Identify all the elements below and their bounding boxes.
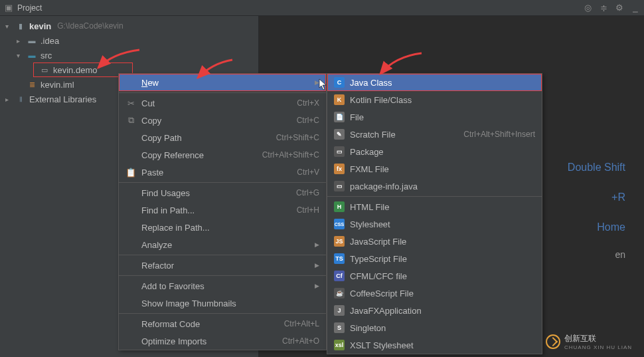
submenu-java-class[interactable]: C Java Class [327, 74, 542, 91]
find-usages-label: Find Usages [141, 188, 291, 198]
file-label: File [350, 112, 364, 122]
menu-replace-in-path[interactable]: Replace in Path... [119, 219, 326, 236]
menu-separator [119, 275, 326, 276]
idea-label: .idea [40, 36, 59, 46]
replace-path-label: Replace in Path... [141, 223, 319, 233]
source-folder-icon: ▬ [27, 50, 37, 60]
collapse-icon[interactable]: ≑ [599, 3, 608, 13]
xslt-icon: xsl [334, 340, 345, 350]
submenu-cfml[interactable]: Cf CFML/CFC file [327, 267, 542, 285]
project-title: Project [17, 3, 42, 13]
submenu-file[interactable]: 📄 File [327, 108, 542, 126]
menu-reformat-code[interactable]: Reformat Code Ctrl+Alt+L [119, 315, 326, 332]
folder-icon: ▬ [27, 35, 37, 46]
scratch-icon: ✎ [334, 129, 345, 140]
pkginfo-label: package-info.java [350, 181, 418, 191]
copy-path-label: Copy Path [141, 133, 271, 143]
menu-separator [119, 313, 326, 314]
new-submenu: C Java Class K Kotlin File/Class 📄 File … [327, 73, 542, 354]
submenu-kotlin[interactable]: K Kotlin File/Class [327, 91, 542, 108]
menu-analyze[interactable]: Analyze ▶ [119, 236, 326, 253]
tree-src-folder[interactable]: ▾ ▬ src [0, 48, 258, 62]
submenu-stylesheet[interactable]: CSS Stylesheet [327, 215, 542, 233]
chevron-right-icon[interactable]: ▸ [5, 96, 12, 103]
submenu-xslt[interactable]: xsl XSLT Stylesheet [327, 336, 542, 354]
submenu-package-info[interactable]: ▭ package-info.java [327, 178, 542, 195]
menu-paste[interactable]: 📋 Paste Ctrl+V [119, 164, 326, 181]
package-label: Package [350, 147, 384, 157]
submenu-singleton[interactable]: S Singleton [327, 319, 542, 336]
menu-copy-reference[interactable]: Copy Reference Ctrl+Alt+Shift+C [119, 146, 326, 164]
submenu-scratch[interactable]: ✎ Scratch File Ctrl+Alt+Shift+Insert [327, 126, 542, 143]
iml-icon: ≣ [27, 79, 37, 90]
watermark-logo: 创新互联 CHUANG XIN HU LIAN [546, 333, 632, 350]
menu-copy[interactable]: ⧉ Copy Ctrl+C [119, 112, 326, 129]
paste-shortcut: Ctrl+V [297, 168, 319, 177]
scissors-icon: ✂ [125, 98, 136, 108]
copy-ref-label: Copy Reference [141, 150, 257, 160]
root-name: kevin [29, 21, 51, 31]
project-toolbar: ▣ Project ◎ ≑ ⚙ ⎯ [0, 0, 644, 16]
coffeescript-icon: ☕ [334, 288, 345, 298]
menu-find-usages[interactable]: Find Usages Ctrl+G [119, 184, 326, 201]
submenu-javafx[interactable]: J JavaFXApplication [327, 302, 542, 319]
html-icon: H [334, 201, 345, 212]
chevron-down-icon[interactable]: ▾ [17, 52, 23, 59]
javafx-label: JavaFXApplication [350, 306, 422, 316]
favorites-label: Add to Favorites [141, 281, 309, 291]
paste-icon: 📋 [125, 167, 136, 178]
js-label: JavaScript File [350, 237, 406, 247]
package-label: kevin.demo [53, 65, 97, 75]
cut-label: Cut [141, 98, 291, 108]
hint-search: Double Shift [568, 153, 625, 183]
hide-icon[interactable]: ⎯ [631, 3, 640, 13]
reformat-label: Reformat Code [141, 319, 279, 329]
file-icon: 📄 [334, 112, 345, 122]
submenu-arrow-icon: ▶ [315, 79, 319, 86]
menu-optimize-imports[interactable]: Optimize Imports Ctrl+Alt+O [119, 332, 326, 350]
tree-idea-folder[interactable]: ▸ ▬ .idea [0, 33, 258, 48]
menu-new[interactable]: New ▶ [119, 74, 326, 91]
submenu-arrow-icon: ▶ [315, 241, 319, 248]
submenu-package[interactable]: ▭ Package [327, 143, 542, 160]
submenu-javascript[interactable]: JS JavaScript File [327, 233, 542, 250]
submenu-html[interactable]: H HTML File [327, 198, 542, 215]
menu-add-favorites[interactable]: Add to Favorites ▶ [119, 277, 326, 295]
submenu-coffeescript[interactable]: ☕ CoffeeScript File [327, 285, 542, 302]
submenu-fxml[interactable]: fx FXML File [327, 160, 542, 178]
cut-shortcut: Ctrl+X [297, 98, 319, 108]
find-path-label: Find in Path... [141, 205, 291, 215]
cfml-icon: Cf [334, 271, 345, 281]
hint-run: +R [568, 183, 625, 213]
css-label: Stylesheet [350, 219, 390, 229]
reformat-shortcut: Ctrl+Alt+L [284, 319, 319, 328]
menu-cut[interactable]: ✂ Cut Ctrl+X [119, 94, 326, 112]
tree-root[interactable]: ▾ ▮ kevin G:\IdeaCode\kevin [0, 19, 258, 33]
chevron-right-icon[interactable]: ▸ [17, 37, 23, 45]
menu-find-in-path[interactable]: Find in Path... Ctrl+H [119, 201, 326, 219]
find-usages-shortcut: Ctrl+G [296, 188, 319, 197]
refactor-label: Refactor [141, 261, 309, 271]
html-label: HTML File [350, 202, 389, 212]
ext-libs-label: External Libraries [29, 94, 96, 104]
singleton-icon: S [334, 322, 345, 333]
gear-icon[interactable]: ⚙ [615, 3, 624, 13]
fxml-label: FXML File [350, 164, 389, 174]
menu-show-thumbnails[interactable]: Show Image Thumbnails [119, 295, 326, 312]
scratch-shortcut: Ctrl+Alt+Shift+Insert [463, 130, 535, 139]
target-icon[interactable]: ◎ [583, 3, 592, 13]
menu-separator [119, 92, 326, 93]
chevron-down-icon[interactable]: ▾ [5, 23, 12, 30]
java-class-icon: C [334, 77, 345, 88]
thumbnails-label: Show Image Thumbnails [141, 298, 319, 308]
editor-hints: Double Shift +R Home en [568, 153, 644, 269]
menu-refactor[interactable]: Refactor ▶ [119, 257, 326, 274]
logo-mark-icon [546, 334, 560, 349]
copy-ref-shortcut: Ctrl+Alt+Shift+C [262, 150, 319, 160]
menu-copy-path[interactable]: Copy Path Ctrl+Shift+C [119, 129, 326, 146]
submenu-typescript[interactable]: TS TypeScript File [327, 250, 542, 267]
logo-cn: 创新互联 [564, 333, 632, 344]
analyze-label: Analyze [141, 240, 309, 250]
kotlin-label: Kotlin File/Class [350, 95, 412, 105]
submenu-arrow-icon: ▶ [315, 262, 319, 269]
